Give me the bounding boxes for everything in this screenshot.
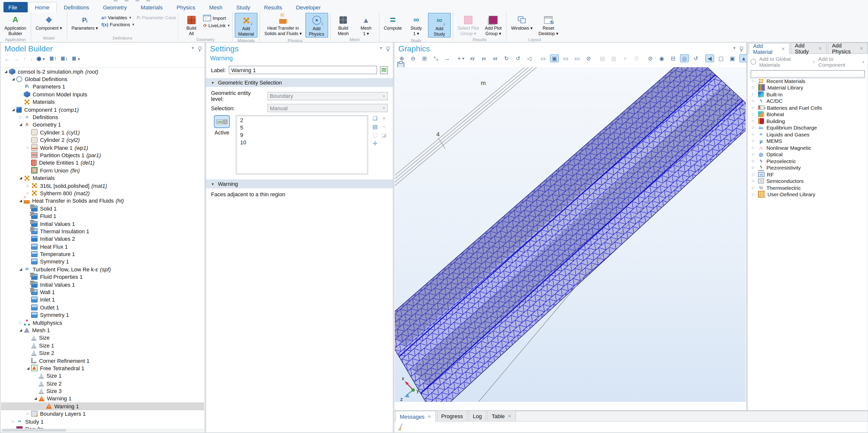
expander-icon[interactable]: ▷ (751, 119, 755, 123)
tree-node-solid-1[interactable]: Solid 1 (1, 205, 204, 212)
tree-node-work-plane-1-wp1[interactable]: ▷Work Plane 1(wp1) (1, 144, 204, 152)
expander-icon[interactable]: ◢ (18, 123, 24, 127)
remove-selection-icon[interactable]: − (380, 124, 388, 130)
add-selection-icon[interactable]: + (380, 115, 388, 122)
ribbon-tab-results[interactable]: Results (257, 2, 289, 12)
expander-icon[interactable]: ▷ (751, 159, 755, 163)
import-button[interactable]: Import (203, 15, 226, 21)
tree-node-heat-transfer-in-solids-and-fluids-ht[interactable]: ◢Heat Transfer in Solids and Fluids(ht) (1, 197, 204, 205)
tree-node-comsol-ls-2-simulation-mph-root[interactable]: ◢comsol ls-2 simulation.mph(root) (1, 68, 204, 75)
application-builder-button[interactable]: AApplication Builder (2, 13, 29, 37)
zoom-extents-icon[interactable]: ⤡ (431, 54, 440, 62)
expander-icon[interactable]: ▷ (751, 86, 755, 90)
add-to-component-button[interactable]: Add to Component (818, 56, 859, 68)
selection-entity-9[interactable]: 9 (240, 132, 364, 140)
material-category-liquids-and-gases[interactable]: ▷≈Liquids and Gases (748, 131, 867, 138)
scene-light-icon[interactable]: ◁ (525, 54, 534, 62)
wireframe-box-icon[interactable]: ▣ (728, 54, 737, 62)
expander-icon[interactable]: ◢ (10, 107, 16, 112)
close-tab-icon[interactable]: ✕ (781, 46, 785, 51)
build-all-button[interactable]: Build All (180, 13, 202, 37)
parameter-case-button[interactable]: PᵢParameter Case (137, 15, 176, 20)
active-toggle-button[interactable]: ON (214, 115, 230, 128)
expander-icon[interactable]: ◢ (25, 366, 31, 370)
material-category-user-defined-library[interactable]: ▷User-Defined Library (748, 191, 867, 198)
zoom-box-icon[interactable]: ⊞ (420, 54, 429, 62)
expander-icon[interactable]: ▷ (25, 191, 31, 195)
section-geometric-entity-selection[interactable]: ▼ Geometric Entity Selection (206, 78, 393, 87)
expander-icon[interactable]: ◢ (18, 199, 24, 203)
variables-button[interactable]: a=Variables▼ (101, 15, 132, 20)
tree-node-wall-1[interactable]: Wall 1 (1, 288, 204, 296)
add-physics-button[interactable]: Add Physics (305, 13, 328, 37)
selection-entity-2[interactable]: 2 (240, 117, 364, 125)
close-tab-icon[interactable]: ✕ (860, 46, 863, 51)
deselect-icon[interactable]: ◪ (380, 132, 388, 138)
tree-node-fluid-properties-1[interactable]: Fluid Properties 1 (1, 273, 204, 281)
component-button[interactable]: ❖Component ▾ (33, 13, 64, 35)
tab-add-material[interactable]: Add Material✕ (749, 43, 789, 54)
tab-add-physics[interactable]: Add Physics✕ (828, 42, 868, 53)
show-hidden-icon[interactable]: ◎ (680, 54, 689, 62)
material-category-thermoelectric[interactable]: ▷ϟThermoelectric (748, 184, 867, 191)
clear-selection-icon[interactable]: ∅ (632, 54, 641, 62)
tab-table[interactable]: Table✕ (487, 410, 516, 421)
mesh-rendering-icon[interactable]: ▲ (739, 54, 748, 62)
material-category-equilibrium-discharge[interactable]: ▷ΔuEquilibrium Discharge (748, 124, 867, 131)
tree-node-fluid-1[interactable]: Fluid 1 (1, 212, 204, 220)
tree-node-results[interactable]: ▷Results (1, 425, 204, 429)
expander-icon[interactable]: ▷ (18, 320, 24, 324)
tree-node-common-model-inputs[interactable]: Common Model Inputs (1, 90, 204, 98)
ribbon-tab-physics[interactable]: Physics (170, 2, 203, 12)
select-plot-group-button[interactable]: Select Plot Group ▾ (455, 13, 481, 37)
ribbon-tab-home[interactable]: Home (27, 2, 57, 12)
ribbon-tab-definitions[interactable]: Definitions (57, 2, 96, 12)
tree-node-cylinder-2-cyl2[interactable]: Cylinder 2(cyl2) (1, 136, 204, 144)
expander-icon[interactable]: ▷ (751, 92, 755, 96)
snapshot-icon[interactable]: ▤ (598, 54, 607, 62)
ribbon-tab-developer[interactable]: Developer (289, 2, 328, 12)
tree-node-size-1[interactable]: Size 1 (1, 342, 204, 349)
expander-icon[interactable]: ▷ (751, 99, 755, 103)
expander-icon[interactable]: ▷ (25, 146, 31, 150)
entity-level-dropdown[interactable]: Boundary▼ (267, 92, 388, 100)
compute-button[interactable]: =Compute (381, 13, 404, 37)
graphics-viewport[interactable]: m 4 x z y (395, 67, 746, 410)
material-category-built-in[interactable]: ▷Built-In (748, 91, 867, 98)
rotate-ccw-icon[interactable]: ↺ (514, 54, 522, 62)
tree-node-materials[interactable]: ◢Materials (1, 174, 204, 182)
expander-icon[interactable]: ▷ (751, 192, 755, 196)
zoom-out-icon[interactable]: ⊖ (409, 54, 417, 62)
windows-button[interactable]: Windows ▾ (508, 13, 535, 37)
tab-add-study[interactable]: Add Study✕ (790, 42, 827, 53)
close-tab-icon[interactable]: ✕ (508, 413, 512, 419)
reset-desktop-button[interactable]: Reset Desktop ▾ (536, 13, 561, 37)
tree-node-multiphysics[interactable]: ▷Multiphysics (1, 319, 204, 327)
select-box-icon[interactable]: ⌖ (621, 54, 629, 62)
expander-icon[interactable]: ◢ (3, 69, 9, 73)
expander-icon[interactable]: ◢ (10, 77, 16, 81)
tree-node-316l-solid-polished-mat1[interactable]: ▷316L [solid,polished](mat1) (1, 182, 204, 190)
file-menu-button[interactable]: File▼ (3, 2, 27, 12)
material-category-material-library[interactable]: ▷Material Library (748, 84, 867, 91)
tree-node-heat-flux-1[interactable]: Heat Flux 1 (1, 243, 204, 250)
transparency-box-icon[interactable]: ▢ (717, 54, 725, 62)
tree-node-initial-values-1[interactable]: Initial Values 1 (1, 281, 204, 288)
expander-icon[interactable]: ◢ (18, 176, 24, 180)
tree-node-size-2[interactable]: Size 2 (1, 380, 204, 387)
expander-icon[interactable]: ▷ (751, 113, 755, 116)
tree-node-partition-objects-1-par1[interactable]: Partition Objects 1(par1) (1, 152, 204, 159)
go-to-view-icon[interactable]: ⌖ ▾ (457, 54, 465, 62)
tree-node-syltherm-800-mat2[interactable]: ▷Syltherm 800(mat2) (1, 190, 204, 197)
paste-selection-icon[interactable]: ▤ (371, 124, 379, 130)
tree-node-thermal-insulation-1[interactable]: Thermal Insulation 1 (1, 227, 204, 235)
pin-icon[interactable] (198, 47, 202, 50)
shading-outline-icon[interactable]: ▭ (573, 54, 582, 62)
reset-hiding-icon[interactable]: ↺ (691, 54, 700, 62)
selection-entity-10[interactable]: 10 (240, 140, 364, 147)
tree-node-warning-1[interactable]: Warning 1 (1, 402, 204, 410)
move-up-icon[interactable]: ↑ (23, 56, 26, 62)
material-category-mems[interactable]: ▷μMEMS (748, 138, 867, 144)
tree-node-inlet-1[interactable]: Inlet 1 (1, 296, 204, 304)
expander-icon[interactable]: ◢ (18, 268, 24, 271)
